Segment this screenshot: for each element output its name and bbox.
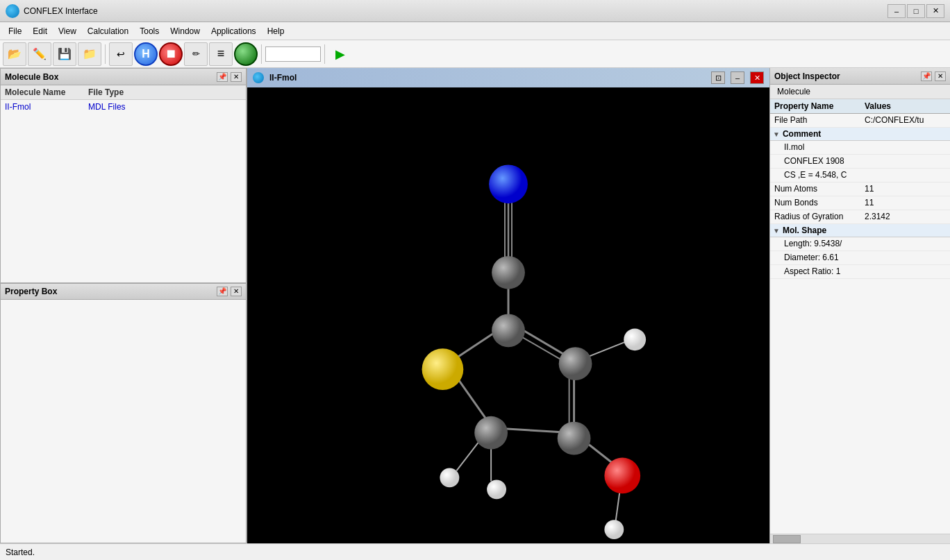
play-button[interactable]: ▶ — [328, 42, 352, 66]
menu-edit[interactable]: Edit — [27, 24, 53, 38]
viewer-minimize-button[interactable]: – — [731, 71, 744, 84]
inspector-section-molshape[interactable]: ▼ Mol. Shape — [770, 224, 950, 237]
stop-button[interactable]: ⏹ — [159, 42, 183, 66]
comment-section-label: Comment — [783, 129, 821, 139]
inspector-row-radius[interactable]: Radius of Gyration 2.3142 — [770, 210, 950, 224]
atom-sulfur — [422, 348, 464, 390]
molecule-box-controls: 📌 ✕ — [217, 72, 242, 82]
inspector-row-numbonds[interactable]: Num Bonds 11 — [770, 196, 950, 210]
pencil-button[interactable]: ✏ — [184, 42, 208, 66]
prop-comment-conflex: CONFLEX 1908 — [784, 156, 946, 166]
atom-c5 — [558, 422, 591, 455]
menu-help[interactable]: Help — [262, 24, 290, 38]
app-title: CONFLEX Interface — [24, 6, 888, 16]
viewer-title: II-Fmol — [269, 73, 706, 83]
menu-file[interactable]: File — [3, 24, 27, 38]
toolbar-separator-1 — [105, 44, 106, 64]
menu-tools[interactable]: Tools — [134, 24, 165, 38]
folder-button[interactable]: 📁 — [78, 42, 101, 66]
menu-bar: File Edit View Calculation Tools Window … — [0, 22, 950, 40]
toolbar: 📂 ✏️ 💾 📁 ↩ H ⏹ ✏ ≡ ▶ — [0, 40, 950, 68]
lines-button[interactable]: ≡ — [209, 42, 233, 66]
inspector-scrollbar[interactable] — [770, 534, 950, 543]
object-inspector: Object Inspector 📌 ✕ Molecule Property N… — [769, 68, 950, 543]
property-box-header: Property Box 📌 ✕ — [1, 284, 246, 300]
atom-c2 — [492, 314, 525, 348]
prop-radius-value: 2.3142 — [865, 212, 946, 221]
atom-h4 — [604, 520, 624, 539]
menu-window[interactable]: Window — [165, 24, 206, 38]
main-layout: Molecule Box 📌 ✕ Molecule Name File Type… — [0, 68, 950, 543]
property-box-content — [1, 300, 246, 543]
minimize-button[interactable]: – — [888, 4, 906, 18]
window-controls: – □ ✕ — [888, 4, 944, 18]
inspector-row-filepath[interactable]: File Path C:/CONFLEX/tu — [770, 114, 950, 128]
maximize-button[interactable]: □ — [907, 4, 925, 18]
property-box: Property Box 📌 ✕ — [0, 283, 247, 543]
prop-numatoms-value: 11 — [865, 184, 946, 194]
inspector-tab-molecule[interactable]: Molecule — [770, 85, 950, 99]
molecule-type-value: MDL Files — [88, 102, 242, 112]
molshape-expand-icon[interactable]: ▼ — [773, 227, 780, 235]
prop-radius-label: Radius of Gyration — [774, 212, 865, 221]
prop-filepath-label: File Path — [774, 115, 865, 125]
prop-filepath-value: C:/CONFLEX/tu — [865, 115, 946, 125]
viewer-restore-button[interactable]: ⊡ — [711, 71, 725, 84]
col-property-name: Property Name — [774, 101, 865, 111]
open-button[interactable]: 📂 — [3, 42, 26, 66]
hydrogen-button[interactable]: H — [134, 42, 158, 66]
atom-h1 — [624, 328, 646, 350]
status-bar: Started. — [0, 543, 950, 560]
save-button[interactable]: 💾 — [53, 42, 76, 66]
property-box-pin[interactable]: 📌 — [217, 287, 228, 296]
ball-button[interactable] — [234, 42, 258, 66]
molecule-svg — [247, 87, 769, 543]
inspector-subrow-cs: CS ,E = 4.548, C — [770, 169, 950, 183]
atom-c1 — [492, 256, 525, 289]
prop-diameter: Diameter: 6.61 — [784, 253, 946, 262]
inspector-subrow-conflex: CONFLEX 1908 — [770, 155, 950, 169]
viewer-icon — [253, 72, 264, 83]
atom-h3 — [487, 480, 506, 499]
search-input[interactable] — [265, 46, 321, 62]
atom-c4 — [559, 347, 592, 380]
molecule-box-header: Molecule Box 📌 ✕ — [1, 69, 246, 85]
left-panel: Molecule Box 📌 ✕ Molecule Name File Type… — [0, 68, 247, 543]
molecule-box: Molecule Box 📌 ✕ Molecule Name File Type… — [0, 68, 247, 283]
menu-calculation[interactable]: Calculation — [82, 24, 134, 38]
menu-applications[interactable]: Applications — [206, 24, 262, 38]
inspector-subrow-aspect: Aspect Ratio: 1 — [770, 265, 950, 279]
inspector-pin[interactable]: 📌 — [921, 71, 932, 81]
object-inspector-title: Object Inspector — [774, 71, 840, 81]
back-button[interactable]: ↩ — [109, 42, 133, 66]
app-icon — [6, 4, 19, 18]
scrollbar-thumb[interactable] — [773, 535, 801, 543]
molecule-box-pin[interactable]: 📌 — [217, 72, 228, 82]
molecule-box-content: Molecule Name File Type II-Fmol MDL File… — [1, 85, 246, 282]
atom-c3 — [474, 416, 508, 450]
molecule-box-close[interactable]: ✕ — [231, 72, 242, 82]
prop-comment-molname: II.mol — [784, 142, 946, 152]
prop-numatoms-label: Num Atoms — [774, 184, 865, 194]
col-molecule-name: Molecule Name — [5, 87, 88, 97]
molecule-table-header: Molecule Name File Type — [1, 85, 246, 100]
atom-nitrogen — [489, 164, 528, 203]
close-button[interactable]: ✕ — [926, 4, 944, 18]
inspector-section-comment[interactable]: ▼ Comment — [770, 128, 950, 141]
inspector-row-numatoms[interactable]: Num Atoms 11 — [770, 183, 950, 196]
edit-button[interactable]: ✏️ — [28, 42, 51, 66]
prop-numbonds-label: Num Bonds — [774, 198, 865, 207]
inspector-close[interactable]: ✕ — [935, 71, 946, 81]
viewer-title-bar: II-Fmol ⊡ – ✕ — [247, 68, 769, 87]
prop-length: Length: 9.5438/ — [784, 239, 946, 248]
col-values: Values — [865, 101, 946, 111]
viewer-close-button[interactable]: ✕ — [750, 71, 764, 84]
property-box-controls: 📌 ✕ — [217, 287, 242, 296]
menu-view[interactable]: View — [53, 24, 82, 38]
col-file-type: File Type — [88, 87, 242, 97]
property-box-title: Property Box — [5, 287, 57, 296]
property-box-close[interactable]: ✕ — [231, 287, 242, 296]
comment-expand-icon[interactable]: ▼ — [773, 130, 780, 138]
toolbar-separator-3 — [324, 44, 325, 64]
molecule-row[interactable]: II-Fmol MDL Files — [1, 100, 246, 114]
